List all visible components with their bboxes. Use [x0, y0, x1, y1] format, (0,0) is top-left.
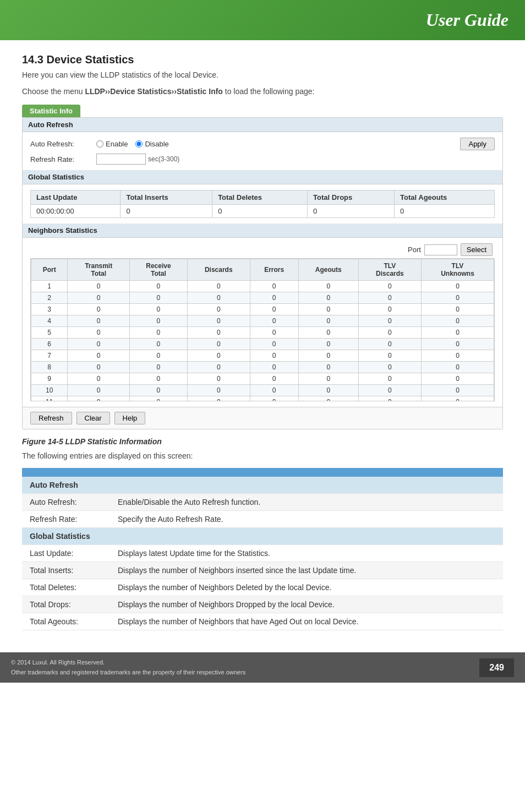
- table-cell: 0: [68, 385, 130, 396]
- apply-button[interactable]: Apply: [460, 138, 495, 150]
- table-cell: 0: [187, 385, 250, 396]
- col-ageouts: Ageouts: [298, 259, 358, 281]
- table-cell: 0: [298, 304, 358, 315]
- table-cell: 0: [421, 373, 494, 385]
- table-cell: 0: [250, 396, 298, 402]
- table-cell: 7: [31, 350, 68, 362]
- table-cell: 0: [130, 362, 188, 373]
- intro-text: Here you can view the LLDP statistics of…: [22, 70, 503, 79]
- footer-left: © 2014 Luxul. All Rights Reserved. Other…: [11, 658, 245, 677]
- table-cell: 0: [68, 339, 130, 350]
- table-cell: 0: [358, 362, 421, 373]
- table-cell: 0: [421, 396, 494, 402]
- desc-section-header: Auto Refresh: [22, 477, 503, 494]
- table-cell: 0: [298, 292, 358, 304]
- auto-refresh-row: Auto Refresh: Enable Disable Apply: [30, 138, 495, 150]
- table-cell: 8: [31, 362, 68, 373]
- desc-key: Total Inserts:: [22, 562, 110, 579]
- auto-refresh-radio-group: Enable Disable: [96, 140, 169, 148]
- disable-radio-label[interactable]: Disable: [135, 140, 168, 148]
- col-errors: Errors: [250, 259, 298, 281]
- table-cell: 0: [250, 292, 298, 304]
- table-cell: 0: [298, 350, 358, 362]
- table-cell: 0: [68, 373, 130, 385]
- auto-refresh-body: Auto Refresh: Enable Disable Apply Refre…: [23, 132, 502, 170]
- table-cell: 0: [250, 304, 298, 315]
- table-cell: 0: [358, 350, 421, 362]
- table-cell: 0: [358, 396, 421, 402]
- table-cell: 0: [421, 350, 494, 362]
- table-cell: 0: [130, 373, 188, 385]
- enable-radio-label[interactable]: Enable: [96, 140, 128, 148]
- table-cell: 0: [358, 315, 421, 327]
- neighbors-table-wrapper[interactable]: Port TransmitTotal ReceiveTotal Discards…: [30, 258, 495, 401]
- desc-key: Last Update:: [22, 545, 110, 562]
- tab-bar: Statistic Info: [22, 105, 503, 117]
- table-row: 90000000: [31, 373, 494, 385]
- cell-total-inserts: 0: [121, 205, 212, 218]
- table-cell: 3: [31, 304, 68, 315]
- main-panel: Auto Refresh Auto Refresh: Enable Disabl…: [22, 117, 503, 429]
- statistic-info-tab[interactable]: Statistic Info: [22, 105, 80, 117]
- table-cell: 4: [31, 315, 68, 327]
- table-row: 20000000: [31, 292, 494, 304]
- table-cell: 0: [187, 281, 250, 292]
- select-button[interactable]: Select: [461, 243, 493, 256]
- refresh-button[interactable]: Refresh: [30, 412, 72, 424]
- table-row: 80000000: [31, 362, 494, 373]
- desc-section-row: Global Statistics: [22, 528, 503, 545]
- desc-row: Refresh Rate:Specify the Auto Refresh Ra…: [22, 511, 503, 528]
- table-cell: 0: [358, 373, 421, 385]
- col-total-deletes: Total Deletes: [212, 190, 308, 205]
- clear-button[interactable]: Clear: [76, 412, 110, 424]
- desc-value: Displays the number of Neighbors Dropped…: [110, 596, 503, 613]
- table-cell: 0: [358, 281, 421, 292]
- col-tlv-unknowns: TLVUnknowns: [421, 259, 494, 281]
- table-cell: 0: [130, 350, 188, 362]
- table-cell: 0: [68, 304, 130, 315]
- table-cell: 0: [421, 315, 494, 327]
- help-button[interactable]: Help: [114, 412, 146, 424]
- table-row: 110000000: [31, 396, 494, 402]
- table-cell: 0: [358, 327, 421, 339]
- table-cell: 0: [250, 281, 298, 292]
- table-cell: 0: [298, 396, 358, 402]
- table-row: 70000000: [31, 350, 494, 362]
- col-total-drops: Total Drops: [308, 190, 395, 205]
- footer-line2: Other trademarks and registered trademar…: [11, 668, 245, 678]
- neighbors-table: Port TransmitTotal ReceiveTotal Discards…: [31, 259, 494, 401]
- cell-total-deletes: 0: [212, 205, 308, 218]
- table-row: 40000000: [31, 315, 494, 327]
- global-stats-data-row: 00:00:00:00 0 0 0 0: [31, 205, 495, 218]
- desc-row: Last Update:Displays latest Update time …: [22, 545, 503, 562]
- table-cell: 0: [358, 292, 421, 304]
- table-cell: 0: [130, 304, 188, 315]
- table-cell: 0: [421, 327, 494, 339]
- table-cell: 1: [31, 281, 68, 292]
- global-statistics-section-header: Global Statistics: [23, 170, 502, 184]
- desc-key: Auto Refresh:: [22, 494, 110, 511]
- table-cell: 0: [130, 327, 188, 339]
- disable-radio[interactable]: [135, 140, 143, 148]
- col-receive-total: ReceiveTotal: [130, 259, 188, 281]
- refresh-rate-input[interactable]: [96, 154, 146, 165]
- table-cell: 0: [187, 373, 250, 385]
- table-row: 50000000: [31, 327, 494, 339]
- table-cell: 0: [68, 396, 130, 402]
- enable-radio[interactable]: [96, 140, 103, 148]
- table-cell: 0: [68, 281, 130, 292]
- table-cell: 0: [421, 292, 494, 304]
- table-cell: 0: [130, 292, 188, 304]
- col-transmit-total: TransmitTotal: [68, 259, 130, 281]
- table-cell: 11: [31, 396, 68, 402]
- port-input[interactable]: [424, 244, 457, 255]
- table-cell: 0: [358, 339, 421, 350]
- neighbors-statistics-section-header: Neighbors Statistics: [23, 224, 502, 238]
- table-cell: 0: [250, 350, 298, 362]
- table-cell: 2: [31, 292, 68, 304]
- global-statistics-table: Last Update Total Inserts Total Deletes …: [30, 190, 495, 218]
- table-cell: 0: [421, 339, 494, 350]
- global-stats-header-row: Last Update Total Inserts Total Deletes …: [31, 190, 495, 205]
- cell-total-ageouts: 0: [395, 205, 495, 218]
- table-cell: 6: [31, 339, 68, 350]
